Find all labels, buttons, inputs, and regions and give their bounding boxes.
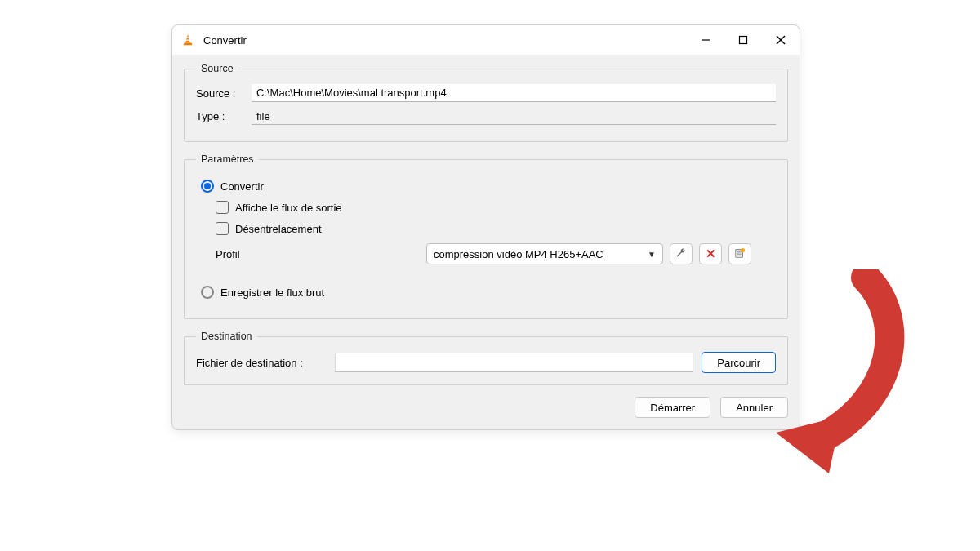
radio-convert[interactable]: Convertir — [201, 180, 776, 193]
chevron-down-icon: ▼ — [648, 250, 656, 259]
type-value: file — [252, 107, 776, 125]
dialog-footer: Démarrer Annuler — [184, 397, 788, 418]
svg-marker-0 — [185, 34, 189, 43]
dialog-body: Source Source : Type : file Paramètres C… — [172, 55, 800, 429]
destination-file-input[interactable] — [335, 353, 693, 372]
start-button[interactable]: Démarrer — [635, 397, 710, 418]
checkbox-show-output-stream[interactable]: Affiche le flux de sortie — [216, 201, 776, 214]
source-label: Source : — [196, 87, 252, 100]
svg-point-12 — [741, 247, 745, 251]
browse-button[interactable]: Parcourir — [702, 352, 776, 373]
new-profile-icon — [734, 247, 746, 261]
radio-checked-icon — [201, 180, 214, 193]
svg-marker-3 — [184, 43, 193, 46]
destination-file-label: Fichier de destination : — [196, 357, 327, 369]
checkbox-show-output-label: Affiche le flux de sortie — [235, 202, 342, 214]
source-legend: Source — [196, 63, 238, 74]
window-title: Convertir — [203, 34, 247, 47]
svg-rect-5 — [740, 37, 747, 44]
convert-dialog: Convertir Source Source : Type : file — [172, 24, 800, 430]
svg-rect-1 — [186, 37, 189, 38]
profile-label: Profil — [216, 248, 420, 260]
destination-legend: Destination — [196, 331, 257, 342]
profile-select-value: compression vidéo MP4 H265+AAC — [434, 248, 604, 260]
radio-raw-stream-label: Enregistrer le flux brut — [220, 287, 324, 299]
checkbox-unchecked-icon — [216, 201, 229, 214]
wrench-icon — [675, 247, 687, 261]
parameters-group: Paramètres Convertir Affiche le flux de … — [184, 153, 788, 319]
type-label: Type : — [196, 110, 252, 122]
titlebar[interactable]: Convertir — [172, 25, 800, 55]
maximize-button[interactable] — [724, 25, 762, 55]
source-group: Source Source : Type : file — [184, 63, 788, 142]
vlc-cone-icon — [180, 33, 195, 47]
checkbox-deinterlace[interactable]: Désentrelacement — [216, 222, 776, 235]
checkbox-deinterlace-label: Désentrelacement — [235, 223, 322, 235]
radio-convert-label: Convertir — [220, 180, 264, 193]
minimize-button[interactable] — [687, 25, 724, 55]
radio-raw-stream[interactable]: Enregistrer le flux brut — [201, 286, 776, 299]
parameters-legend: Paramètres — [196, 153, 259, 165]
destination-group: Destination Fichier de destination : Par… — [184, 331, 788, 385]
svg-rect-2 — [186, 40, 190, 41]
window-controls — [687, 25, 800, 55]
checkbox-unchecked-icon — [216, 222, 229, 235]
radio-unchecked-icon — [201, 286, 214, 299]
x-icon: ✕ — [706, 247, 716, 261]
profile-edit-button[interactable] — [670, 243, 693, 264]
cancel-button[interactable]: Annuler — [720, 397, 788, 418]
profile-delete-button[interactable]: ✕ — [699, 243, 722, 264]
profile-new-button[interactable] — [728, 243, 751, 264]
source-input[interactable] — [252, 84, 776, 102]
profile-select[interactable]: compression vidéo MP4 H265+AAC ▼ — [426, 243, 663, 264]
close-button[interactable] — [762, 25, 800, 55]
